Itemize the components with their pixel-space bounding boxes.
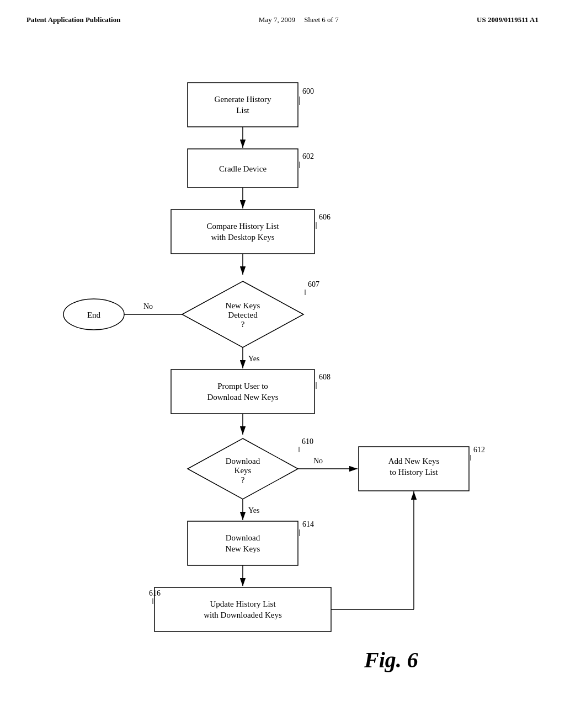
svg-text:600: 600 [302,87,314,95]
svg-rect-1 [188,83,298,127]
svg-text:Detected: Detected [228,311,258,319]
svg-text:No: No [143,302,153,311]
svg-text:Yes: Yes [248,355,259,363]
svg-text:New Keys: New Keys [226,544,260,553]
svg-text:List: List [236,106,249,115]
svg-rect-51 [188,521,298,565]
svg-text:607: 607 [308,280,319,288]
header-center: May 7, 2009 Sheet 6 of 7 [259,15,339,24]
svg-text:608: 608 [319,373,331,381]
svg-text:616: 616 [149,589,161,597]
svg-text:New Keys: New Keys [226,301,260,310]
svg-text:610: 610 [302,437,313,446]
svg-text:?: ? [241,475,245,484]
svg-text:Update History List: Update History List [210,599,276,608]
flowchart-diagram: Generate History List 600 Cradle Device … [0,66,565,706]
svg-text:Download: Download [226,457,260,465]
svg-text:to History List: to History List [390,468,438,477]
header-date: May 7, 2009 [259,15,295,24]
svg-text:606: 606 [319,213,331,221]
svg-rect-30 [171,370,315,414]
svg-text:Cradle Device: Cradle Device [219,164,267,173]
svg-text:Download: Download [226,533,260,542]
svg-text:?: ? [241,320,245,329]
svg-text:End: End [87,311,101,319]
header-sheet: Sheet 6 of 7 [304,15,338,24]
svg-text:Fig. 6: Fig. 6 [364,647,418,672]
svg-text:Add New Keys: Add New Keys [388,457,440,465]
svg-text:with Desktop Keys: with Desktop Keys [211,233,275,242]
svg-text:Prompt User to: Prompt User to [217,382,268,390]
svg-text:No: No [313,457,323,465]
svg-text:Keys: Keys [234,466,252,475]
svg-text:602: 602 [302,152,314,160]
svg-text:612: 612 [473,446,485,454]
svg-rect-57 [154,587,331,631]
svg-text:with Downloaded Keys: with Downloaded Keys [204,611,282,619]
svg-text:Generate History: Generate History [215,95,271,104]
svg-rect-12 [171,210,315,254]
svg-text:Download New Keys: Download New Keys [207,393,278,402]
header-right: US 2009/0119511 A1 [477,15,539,24]
svg-text:614: 614 [302,520,314,528]
page-header: Patent Application Publication May 7, 20… [0,0,565,24]
svg-text:Compare History List: Compare History List [207,222,280,231]
svg-text:Yes: Yes [248,506,259,515]
header-left: Patent Application Publication [26,15,120,24]
